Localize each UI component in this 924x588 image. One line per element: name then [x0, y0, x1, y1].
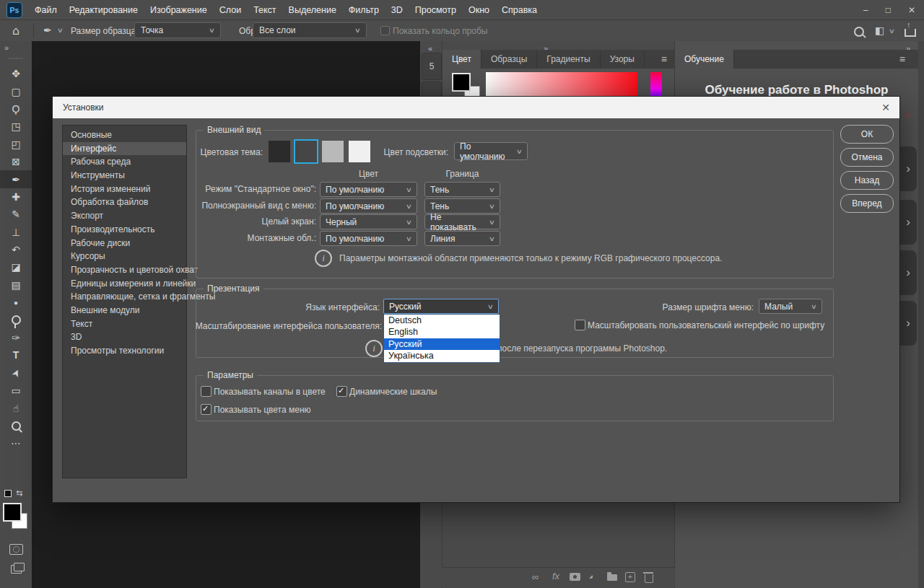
- delete-layer-icon[interactable]: [645, 574, 653, 583]
- close-window-button[interactable]: ✕: [908, 5, 915, 15]
- type-tool[interactable]: T: [0, 346, 32, 364]
- theme-swatch-light[interactable]: [322, 141, 344, 162]
- sample-select[interactable]: Все слои∨: [253, 22, 367, 38]
- tab-color[interactable]: Цвет: [443, 50, 481, 69]
- tool-preset-chevron-icon[interactable]: ∨: [57, 27, 64, 34]
- ui-language-select[interactable]: Русский∨: [383, 299, 499, 314]
- next-button[interactable]: Вперед: [840, 194, 894, 213]
- dodge-tool[interactable]: [0, 311, 32, 328]
- menu-type[interactable]: Текст: [253, 5, 276, 15]
- menu-window[interactable]: Окно: [468, 5, 489, 15]
- collapse-dock-icon[interactable]: «: [428, 44, 432, 53]
- swap-colors-icon[interactable]: ⇆: [16, 488, 22, 498]
- sample-size-select[interactable]: Точка∨: [134, 22, 221, 38]
- show-channels-in-color-checkbox[interactable]: [201, 386, 212, 397]
- theme-swatch-darkest[interactable]: [269, 141, 290, 162]
- sidebar-item-units-rulers[interactable]: Единицы измерения и линейки: [63, 277, 186, 291]
- workspace-icon[interactable]: ◧: [875, 25, 884, 36]
- adjustment-layer-icon[interactable]: ◑: [585, 570, 597, 582]
- menu-file[interactable]: Файл: [35, 5, 57, 15]
- layer-style-icon[interactable]: fx: [552, 571, 559, 582]
- sample-ring-checkbox[interactable]: [380, 26, 390, 35]
- eyedropper-tool[interactable]: ✒: [0, 170, 32, 188]
- menu-view[interactable]: Просмотр: [415, 5, 456, 15]
- maximize-button[interactable]: □: [886, 5, 891, 15]
- healing-brush-tool[interactable]: ✚: [0, 188, 32, 206]
- fullscreen-border-select[interactable]: Не показывать∨: [424, 214, 500, 229]
- pen-tool[interactable]: ✑: [0, 329, 32, 346]
- scale-ui-to-font-checkbox[interactable]: [575, 320, 585, 330]
- minimize-button[interactable]: –: [863, 5, 868, 15]
- menu-edit[interactable]: Редактирование: [69, 5, 138, 15]
- tab-swatches[interactable]: Образцы: [481, 50, 537, 69]
- eyedropper-tool-icon[interactable]: ✒: [43, 25, 52, 36]
- language-option-english[interactable]: English: [384, 326, 500, 338]
- language-option-russian[interactable]: Русский: [384, 338, 500, 350]
- rectangular-marquee-tool[interactable]: ▢: [0, 82, 32, 100]
- prev-button[interactable]: Назад: [840, 171, 894, 190]
- menu-layers[interactable]: Слои: [219, 5, 241, 15]
- dialog-close-icon[interactable]: ✕: [881, 102, 890, 113]
- menu-help[interactable]: Справка: [502, 5, 537, 15]
- artboards-border-select[interactable]: Линия∨: [424, 231, 500, 246]
- foreground-color-swatch[interactable]: [3, 503, 22, 522]
- quick-mask-button[interactable]: [0, 540, 32, 558]
- standard-window-border-select[interactable]: Тень∨: [424, 182, 500, 197]
- panel-menu-icon[interactable]: ≡: [661, 53, 667, 65]
- link-layers-icon[interactable]: ∞: [532, 571, 539, 582]
- lasso-tool[interactable]: Ϙ: [0, 100, 32, 118]
- more-tools-button[interactable]: ⋯: [0, 434, 32, 452]
- panel-menu-icon[interactable]: ≡: [899, 53, 905, 65]
- move-tool[interactable]: ✥: [0, 65, 32, 82]
- collapsed-panel-icon[interactable]: 5: [422, 53, 442, 80]
- blur-tool[interactable]: ●: [0, 294, 32, 311]
- ok-button[interactable]: ОК: [840, 125, 894, 144]
- share-icon[interactable]: [905, 29, 916, 37]
- layer-mask-icon[interactable]: [570, 573, 580, 581]
- sidebar-item-3d[interactable]: 3D: [63, 330, 186, 344]
- tab-gradients[interactable]: Градиенты: [537, 50, 600, 69]
- show-menu-colors-checkbox[interactable]: [201, 404, 212, 415]
- sidebar-item-cursors[interactable]: Курсоры: [63, 250, 186, 263]
- menu-font-size-select[interactable]: Малый∨: [759, 299, 822, 314]
- clone-stamp-tool[interactable]: ⊥: [0, 224, 32, 241]
- home-icon[interactable]: ⌂: [12, 24, 19, 38]
- eraser-tool[interactable]: ◪: [0, 258, 32, 276]
- crop-tool[interactable]: ◰: [0, 136, 32, 153]
- new-layer-icon[interactable]: +: [625, 572, 635, 582]
- tab-learn[interactable]: Обучение: [675, 50, 734, 69]
- tab-patterns[interactable]: Узоры: [601, 50, 645, 69]
- collapsed-panel-icon[interactable]: [422, 82, 442, 97]
- sidebar-item-workspace[interactable]: Рабочая среда: [63, 155, 186, 169]
- standard-window-color-select[interactable]: По умолчанию∨: [320, 182, 417, 197]
- artboards-color-select[interactable]: По умолчанию∨: [320, 231, 417, 246]
- cancel-button[interactable]: Отмена: [840, 148, 894, 167]
- search-icon[interactable]: [854, 27, 864, 37]
- fullscreen-color-select[interactable]: Черный∨: [320, 214, 417, 229]
- language-option-deutsch[interactable]: Deutsch: [384, 315, 500, 326]
- hand-tool[interactable]: ☝: [0, 399, 32, 416]
- screen-mode-button[interactable]: [0, 561, 32, 578]
- rectangle-tool[interactable]: ▭: [0, 382, 32, 399]
- sidebar-item-tools[interactable]: Инструменты: [63, 169, 186, 183]
- brush-tool[interactable]: ✎: [0, 206, 32, 223]
- default-colors-icon[interactable]: [4, 490, 12, 497]
- foreground-color-swatch[interactable]: [452, 73, 471, 92]
- highlight-color-select[interactable]: По умолчанию∨: [454, 142, 528, 160]
- zoom-tool[interactable]: [0, 417, 32, 434]
- menu-image[interactable]: Изображение: [150, 5, 207, 15]
- sidebar-item-technology-previews[interactable]: Просмотры технологии: [63, 344, 186, 358]
- menu-3d[interactable]: 3D: [391, 5, 403, 15]
- grip-dots[interactable]: ••••••: [0, 56, 32, 61]
- collapse-toolbar-icon[interactable]: »: [4, 43, 8, 52]
- sidebar-item-general[interactable]: Основные: [63, 128, 186, 142]
- language-option-ukrainian[interactable]: Українська: [384, 350, 500, 361]
- object-selection-tool[interactable]: ◳: [0, 118, 32, 135]
- path-selection-tool[interactable]: ➤: [0, 364, 32, 382]
- history-brush-tool[interactable]: ↶: [0, 241, 32, 258]
- menu-filter[interactable]: Фильтр: [349, 5, 379, 15]
- new-group-icon[interactable]: [607, 574, 617, 581]
- sidebar-item-transparency-gamut[interactable]: Прозрачность и цветовой охват: [63, 263, 186, 277]
- dynamic-color-sliders-checkbox[interactable]: [336, 386, 347, 397]
- menu-select[interactable]: Выделение: [289, 5, 336, 15]
